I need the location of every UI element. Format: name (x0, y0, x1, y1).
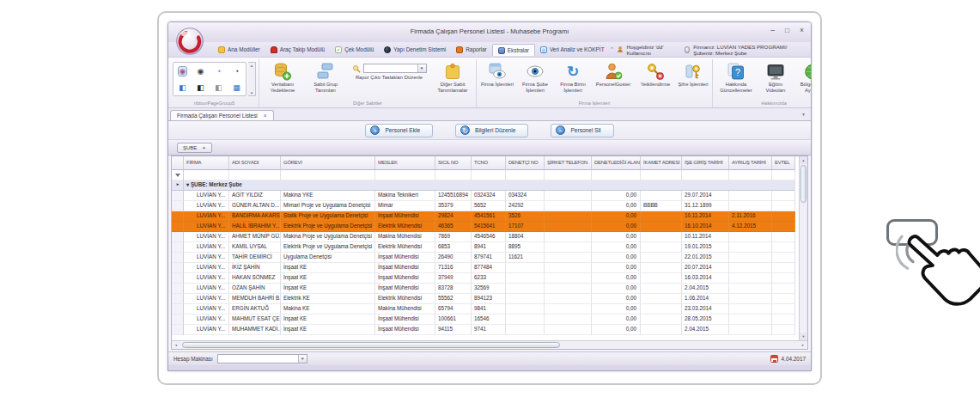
menu-ana-moduller[interactable]: Ana Modüller (213, 45, 265, 55)
menu-ekstralar[interactable]: Ekstralar (492, 44, 535, 56)
personel-goster-button[interactable]: PersonelGoster (593, 60, 634, 88)
skin-option-icon[interactable]: ◉ (179, 67, 187, 76)
menu-raporlar[interactable]: Raporlar (451, 45, 492, 55)
column-header[interactable]: ADI SOYADI (229, 156, 281, 170)
personel-sil-button[interactable]: − Personel Sil (551, 124, 613, 137)
table-row[interactable]: LUVİAN Y...MAHMUT ESAT ÇE...İnşaat KEİnş… (172, 315, 795, 325)
filter-cell[interactable] (375, 170, 435, 180)
filter-cell[interactable] (729, 170, 772, 180)
rapor-taslak-combobox[interactable]: ▼ (363, 64, 427, 73)
bilgileri-duzenle-button[interactable]: ↻ Bilgileri Düzenle (455, 124, 528, 137)
filter-cell[interactable] (281, 170, 375, 180)
scroll-left-icon[interactable]: ◂ (172, 343, 180, 347)
filter-cell[interactable] (772, 170, 795, 180)
combo-arrow-icon[interactable]: ▼ (298, 355, 307, 363)
firma-islemleri-button[interactable]: Firma İşlemleri (479, 60, 515, 88)
column-header[interactable]: EVTEL (772, 156, 795, 170)
scroll-up-icon[interactable]: ▴ (800, 156, 807, 164)
table-row[interactable]: LUVİAN Y...KAMİL UYSALElektrik Proje ve … (172, 242, 795, 253)
gallery-scroll[interactable]: ▴ ▾ (248, 62, 256, 96)
skin-gallery[interactable]: ◉ ◉ ◔ ◔ ◧ ◧ ◧ ▦ (173, 62, 247, 96)
collapse-chevron-icon[interactable]: ⌃ (610, 46, 615, 53)
filter-cell[interactable] (641, 170, 682, 180)
table-cell: İnşaat Mühendisi (375, 315, 435, 325)
tab-close-icon[interactable]: × (264, 113, 267, 119)
table-row[interactable]: LUVİAN Y...GÜNER ALTAN D...Mimari Proje … (172, 201, 795, 211)
skin-option-icon[interactable]: ◔ (234, 67, 239, 76)
table-row[interactable]: LUVİAN Y...OZAN ŞAHİNİnşaat KEİnşaat Müh… (172, 284, 795, 294)
combo-arrow-icon[interactable]: ▼ (417, 64, 426, 72)
table-row[interactable]: LUVİAN Y...İKİZ ŞAHİNİnşaat KEİnşaat Müh… (172, 263, 795, 273)
diger-sabit-tanimlamalar-button[interactable]: Diğer Sabit Tanımlamalar (432, 60, 473, 93)
hesap-makinasi-combobox[interactable]: ▼ (217, 354, 307, 363)
yetkilendirme-button[interactable]: Yetkilendirme (636, 60, 675, 88)
column-header[interactable]: DENETÇİ NO (506, 156, 545, 170)
table-row[interactable]: LUVİAN Y...MEMDUH BAHRİ B...Elektrik KEE… (172, 294, 795, 304)
table-row[interactable]: LUVİAN Y...TAHİR DEMİRCİUygulama Denetçi… (172, 253, 795, 263)
vertical-scrollbar[interactable]: ▴ ▾ (799, 156, 807, 340)
hscroll-thumb[interactable] (182, 342, 560, 348)
table-cell (772, 284, 795, 294)
column-header[interactable]: İKAMET ADRESİ (641, 156, 682, 170)
column-header[interactable]: MESLEK (375, 156, 435, 170)
magnifier-icon (352, 64, 361, 73)
filter-cell[interactable] (592, 170, 641, 180)
close-icon[interactable]: × (800, 26, 804, 34)
minimize-icon[interactable]: – (770, 26, 775, 34)
sabit-grup-button[interactable]: Sabit Grup Tanımları (305, 60, 346, 93)
table-row[interactable]: LUVİAN Y...AHMET MÜNİP GÜ...Makina Proje… (172, 232, 795, 242)
bolgesel-dil-button[interactable]: ABC Bölgesel Dil Ayarları (794, 60, 812, 93)
scroll-right-icon[interactable]: ▸ (799, 343, 807, 347)
group-row[interactable]: ▸▾ ŞUBE: Merkez Şube (172, 180, 795, 191)
column-header[interactable]: GÖREVİ (281, 156, 375, 170)
skin-option-icon[interactable]: ◧ (197, 83, 204, 92)
groupby-sube-chip[interactable]: ŞUBE ▲ (177, 143, 212, 153)
filter-cell[interactable] (506, 170, 545, 180)
personel-ekle-button[interactable]: + Personel Ekle (365, 124, 433, 137)
filter-cell[interactable] (435, 170, 472, 180)
tab-overflow-icon[interactable]: ▼ (801, 112, 806, 117)
table-row[interactable]: LUVİAN Y...AGİT YILDIZMakina YKEMakina T… (172, 191, 795, 201)
group-header-cell[interactable]: ▾ ŞUBE: Merkez Şube (184, 180, 795, 191)
column-header[interactable]: FİRMA (184, 156, 229, 170)
vscroll-thumb[interactable] (800, 165, 807, 203)
skin-option-icon[interactable]: ◉ (198, 67, 204, 76)
gallery-down-icon[interactable]: ▾ (251, 90, 253, 95)
table-row[interactable]: LUVİAN Y...HAKAN SÖNMEZİnşaat KEİnşaat M… (172, 273, 795, 284)
filter-cell[interactable] (545, 170, 592, 180)
maximize-icon[interactable]: □ (785, 26, 789, 34)
horizontal-scrollbar[interactable]: ◂ ▸ (172, 340, 807, 349)
column-header[interactable]: DENETLEDİĞİ ALAN (592, 156, 641, 170)
hakkinda-guncellemeler-button[interactable]: ? Hakkında Güncellemeler (715, 60, 757, 93)
column-header[interactable]: SICIL NO (435, 156, 472, 170)
column-header[interactable]: AYRILIŞ TARİHİ (729, 156, 772, 170)
table-row[interactable]: LUVİAN Y...HALİL İBRAHİM Y...Elektrik Pr… (172, 222, 795, 232)
column-header[interactable]: İŞE GİRİŞ TARİHİ (682, 156, 729, 170)
sifre-islemleri-button[interactable]: Şifre İşlemleri (677, 60, 709, 88)
menu-yapi-denetim[interactable]: Yapı Denetim Sistemi (379, 45, 451, 55)
tab-personel-listesi[interactable]: Firmada Çalışan Personel Listesi × (170, 110, 274, 120)
menu-cek-modulu[interactable]: ✓ Çek Modülü (330, 45, 379, 55)
filter-cell[interactable] (229, 170, 281, 180)
table-row[interactable]: LUVİAN Y...ERGİN AKTUĞMakina KEMakina Mü… (172, 304, 795, 315)
skin-option-icon[interactable]: ▦ (233, 83, 240, 92)
filter-cell[interactable] (682, 170, 729, 180)
table-row[interactable]: LUVİAN Y...BANDIRMA AKARSUStatik Proje v… (172, 211, 795, 222)
gallery-up-icon[interactable]: ▴ (251, 63, 253, 68)
egitim-videolari-button[interactable]: Eğitim Videoları (758, 60, 793, 93)
table-row[interactable]: LUVİAN Y...MUHAMMET KADİ...İnşaat KEİnşa… (172, 325, 795, 335)
scroll-down-icon[interactable]: ▾ (800, 333, 807, 340)
firma-sube-islemleri-button[interactable]: Firma Şube İşlemleri (517, 60, 553, 93)
column-header[interactable]: TCNO (472, 156, 506, 170)
menu-arac-takip[interactable]: Araç Takip Modülü (265, 45, 330, 55)
skin-option-icon[interactable]: ◧ (215, 83, 222, 92)
veritabani-yedekleme-button[interactable]: Veritabanı Yedekleme (262, 60, 303, 93)
menu-veri-analiz[interactable]: ▥ Veri Analiz ve KOKPİT (535, 45, 610, 55)
skin-option-icon[interactable]: ◧ (179, 83, 186, 92)
filter-cell[interactable] (184, 170, 229, 180)
skin-option-icon[interactable]: ◔ (216, 67, 221, 76)
firma-birim-islemleri-button[interactable]: ↻ Firma Birim İşlemleri (555, 60, 591, 93)
filter-cell[interactable] (472, 170, 506, 180)
column-header[interactable]: ŞİRKET TELEFON (545, 156, 592, 170)
grid-filter-row[interactable] (172, 170, 795, 180)
